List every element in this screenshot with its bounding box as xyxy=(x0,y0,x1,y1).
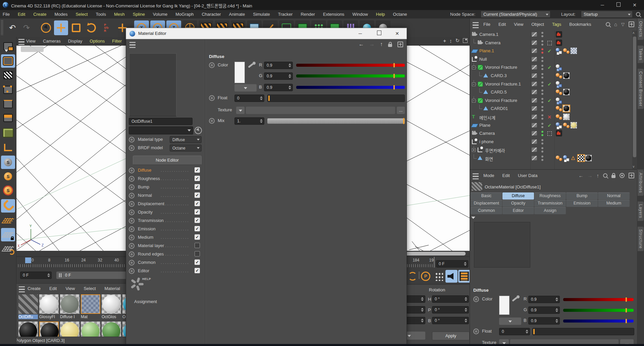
layer-icon[interactable] xyxy=(532,49,537,53)
object-manager-menu-icon[interactable] xyxy=(473,22,479,28)
mix-slider[interactable] xyxy=(267,118,405,124)
menu-edit[interactable]: Edit xyxy=(49,286,57,291)
keying-dots-icon[interactable] xyxy=(433,270,445,283)
menu-edit[interactable]: Edit xyxy=(502,173,510,178)
node-space-select[interactable]: Current (Standard/Physical) xyxy=(481,11,550,18)
material-thumbnail[interactable] xyxy=(39,294,59,314)
target-icon[interactable] xyxy=(547,131,552,136)
dyn-tag-icon[interactable] xyxy=(556,122,562,128)
layer-icon[interactable] xyxy=(532,41,537,45)
sound-icon[interactable] xyxy=(445,270,458,283)
tab-emission[interactable]: Emission xyxy=(566,200,598,207)
menu-animate[interactable]: Animate xyxy=(229,12,245,17)
channel-radio[interactable] xyxy=(129,201,135,207)
layer-icon[interactable] xyxy=(532,139,537,144)
layer-icon[interactable] xyxy=(532,115,537,119)
visibility-dots-icon[interactable] xyxy=(541,65,544,70)
float-radio[interactable] xyxy=(473,329,479,334)
lock-icon[interactable] xyxy=(611,175,615,178)
scrollbar-thumb[interactable] xyxy=(633,37,636,157)
material-item-octglos[interactable]: OctGlos xyxy=(102,294,122,319)
coord-mode-dropdown[interactable] xyxy=(405,332,425,340)
channel-round-edges[interactable]: Round edges............. xyxy=(129,250,203,259)
channel-material-layer[interactable]: Material layer............. xyxy=(129,242,203,250)
material-item[interactable] xyxy=(81,322,101,337)
search-icon[interactable] xyxy=(606,22,610,26)
close-button[interactable]: ✕ xyxy=(627,0,643,10)
visibility-dots-icon[interactable] xyxy=(541,114,544,120)
edges-mode-button[interactable] xyxy=(1,97,15,111)
channel-checkbox[interactable]: ✓ xyxy=(195,226,200,231)
menu-simulate[interactable]: Simulate xyxy=(253,12,270,17)
b-slider[interactable] xyxy=(563,320,634,323)
model-mode-button[interactable] xyxy=(1,54,15,68)
r-slider[interactable] xyxy=(296,64,405,67)
r-slider[interactable] xyxy=(563,298,634,301)
rotate-workplane-button[interactable] xyxy=(1,242,15,255)
dice-tag-icon[interactable] xyxy=(556,81,562,87)
b-field[interactable]: 0.9 xyxy=(264,84,293,91)
tree-row-camera[interactable]: Camera xyxy=(470,39,632,47)
float-field[interactable]: 0 xyxy=(499,328,530,335)
phong-tag-icon[interactable] xyxy=(556,72,562,79)
float-field[interactable]: 0 xyxy=(234,95,264,102)
up-icon[interactable]: ↑ xyxy=(380,41,383,47)
menu-create[interactable]: Create xyxy=(28,286,41,291)
matblack-tag-icon[interactable] xyxy=(563,105,570,112)
channel-checkbox[interactable]: ✓ xyxy=(195,218,200,223)
g-slider[interactable] xyxy=(563,309,634,312)
check-icon[interactable]: ✓ xyxy=(546,48,552,54)
material-thumbnail[interactable] xyxy=(102,294,121,314)
channel-radio[interactable] xyxy=(129,184,135,190)
material-item-diffuse-i[interactable]: Diffuse I xyxy=(60,294,80,319)
scroll-down-icon[interactable]: ˅ xyxy=(633,165,635,169)
menu-spline[interactable]: Spline xyxy=(133,12,145,17)
menu-render[interactable]: Render xyxy=(301,12,315,17)
channel-checkbox[interactable]: ✓ xyxy=(195,201,200,206)
viewport-maximize-icon[interactable] xyxy=(463,38,468,43)
visibility-dots-icon[interactable] xyxy=(541,156,544,161)
menu-tags[interactable]: Tags xyxy=(552,22,561,27)
check-icon[interactable]: ✓ xyxy=(546,81,552,87)
tree-row-card01[interactable]: CARD01 xyxy=(470,105,632,113)
tab-common[interactable]: Common xyxy=(471,207,502,214)
add-panel-icon[interactable] xyxy=(629,173,634,178)
material-item[interactable] xyxy=(102,322,122,337)
focus-icon[interactable] xyxy=(620,173,625,178)
snap-gray-button[interactable]: S xyxy=(1,156,15,169)
menu-mograph[interactable]: MoGraph xyxy=(175,12,194,17)
menu-options[interactable]: Options xyxy=(90,39,105,44)
tree-row-plane-1[interactable]: Plane.1✓ xyxy=(470,47,632,55)
side-tab-objects[interactable]: Objects xyxy=(638,18,644,40)
check-icon[interactable]: ✓ xyxy=(546,122,552,128)
g-field[interactable]: 0.9 xyxy=(264,72,293,80)
tab-basic[interactable]: Basic xyxy=(471,192,502,199)
mix-radio[interactable] xyxy=(209,118,215,124)
g-field[interactable]: 0.9 xyxy=(528,306,560,314)
menu-material[interactable]: Material xyxy=(105,286,120,291)
apply-button[interactable]: Apply xyxy=(432,332,470,340)
toolbar-grip[interactable] xyxy=(1,20,4,35)
expand-toggle-icon[interactable]: − xyxy=(472,66,476,69)
phong-tag-icon[interactable] xyxy=(556,105,562,112)
tree-row-plane[interactable]: Plane✓ xyxy=(470,121,632,129)
pick-material-icon[interactable] xyxy=(195,127,202,134)
g-slider[interactable] xyxy=(296,74,405,77)
color-mode-dropdown[interactable] xyxy=(234,84,257,92)
menu-display[interactable]: Display xyxy=(68,39,83,44)
attributes-menu-icon[interactable] xyxy=(473,173,479,179)
channel-checkbox[interactable]: ✓ xyxy=(195,192,200,198)
rotate-tool[interactable] xyxy=(84,20,98,35)
menu-edit[interactable]: Edit xyxy=(498,22,506,27)
tab-displacement[interactable]: Displacement xyxy=(471,200,502,207)
octane-help-logo[interactable]: HELP xyxy=(129,277,150,295)
phong-tag-icon[interactable] xyxy=(563,122,570,128)
float-slider[interactable] xyxy=(267,95,405,102)
channel-medium[interactable]: Medium.............✓ xyxy=(129,234,203,242)
menu-help[interactable]: Help xyxy=(376,12,385,17)
tab-transmission[interactable]: Transmission xyxy=(534,200,566,207)
workplane-button[interactable] xyxy=(1,214,15,227)
color-swatch[interactable] xyxy=(234,62,245,83)
menu-view[interactable]: View xyxy=(26,39,36,44)
brdf-radio[interactable] xyxy=(129,145,135,151)
